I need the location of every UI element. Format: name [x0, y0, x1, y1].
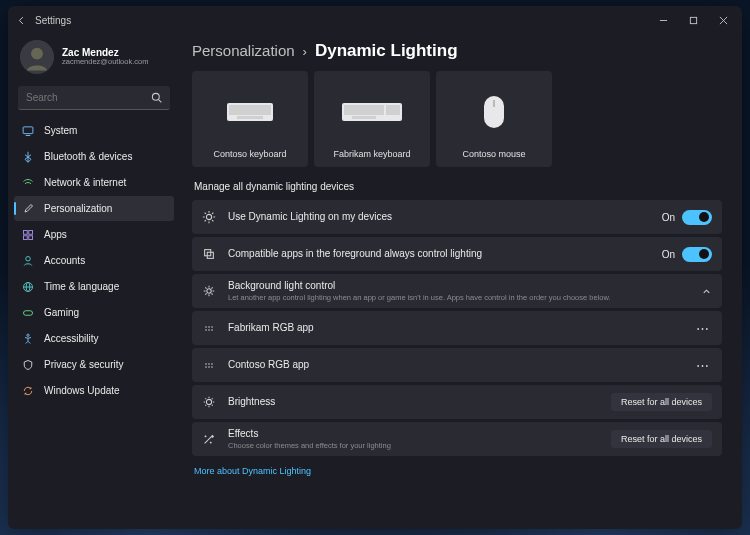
- page-title: Dynamic Lighting: [315, 41, 458, 61]
- device-cards: Contoso keyboard Fabrikam keyboard Conto…: [192, 71, 722, 167]
- sidebar-item-system[interactable]: System: [14, 118, 174, 143]
- brightness-icon: [202, 395, 216, 409]
- row-title: Compatible apps in the foreground always…: [228, 248, 662, 261]
- sidebar-item-label: System: [44, 125, 77, 136]
- sidebar-item-personalization[interactable]: Personalization: [14, 196, 174, 221]
- close-button[interactable]: [708, 8, 738, 32]
- keyboard-icon: [196, 79, 304, 145]
- search-box[interactable]: [18, 86, 170, 110]
- avatar: [20, 40, 54, 74]
- sidebar-item-label: Accessibility: [44, 333, 98, 344]
- sun-icon: [202, 210, 216, 224]
- accessibility-icon: [22, 333, 34, 345]
- paintbrush-icon: [22, 203, 34, 215]
- device-card-contoso-keyboard[interactable]: Contoso keyboard: [192, 71, 308, 167]
- layers-icon: [202, 247, 216, 261]
- back-icon[interactable]: [16, 15, 27, 26]
- svg-rect-26: [352, 116, 376, 119]
- monitor-icon: [22, 125, 34, 137]
- svg-line-7: [159, 100, 162, 103]
- row-compatible-apps[interactable]: Compatible apps in the foreground always…: [192, 237, 722, 271]
- sidebar-item-label: Accounts: [44, 255, 85, 266]
- sidebar-item-windows-update[interactable]: Windows Update: [14, 378, 174, 403]
- bluetooth-icon: [22, 151, 34, 163]
- wand-icon: [202, 432, 216, 446]
- breadcrumb-parent[interactable]: Personalization: [192, 42, 295, 59]
- svg-point-14: [26, 256, 31, 261]
- svg-rect-10: [24, 230, 28, 234]
- sidebar-item-network[interactable]: Network & internet: [14, 170, 174, 195]
- row-use-dynamic-lighting[interactable]: Use Dynamic Lighting on my devices On: [192, 200, 722, 234]
- device-label: Contoso keyboard: [213, 149, 286, 159]
- keyboard-icon: [318, 79, 426, 145]
- globe-icon: [22, 281, 34, 293]
- sidebar-item-bluetooth[interactable]: Bluetooth & devices: [14, 144, 174, 169]
- svg-rect-21: [229, 105, 271, 115]
- svg-rect-24: [344, 105, 384, 115]
- toggle-switch[interactable]: [682, 210, 712, 225]
- chevron-up-icon: [701, 286, 712, 297]
- row-app-contoso[interactable]: Contoso RGB app ⋯: [192, 348, 722, 382]
- wifi-icon: [22, 177, 34, 189]
- svg-rect-22: [237, 116, 263, 119]
- profile[interactable]: Zac Mendez zacmendez@outlook.com: [14, 38, 174, 82]
- svg-rect-1: [690, 17, 696, 23]
- mouse-icon: [440, 79, 548, 145]
- sidebar-item-label: Privacy & security: [44, 359, 123, 370]
- sidebar-item-label: Personalization: [44, 203, 112, 214]
- row-title: Background light control: [228, 280, 701, 293]
- apps-icon: [22, 229, 34, 241]
- svg-rect-25: [386, 105, 400, 115]
- learn-more-link[interactable]: More about Dynamic Lighting: [194, 466, 311, 476]
- sidebar-item-accessibility[interactable]: Accessibility: [14, 326, 174, 351]
- gear-icon: [202, 284, 216, 298]
- more-icon[interactable]: ⋯: [694, 358, 712, 373]
- update-icon: [22, 385, 34, 397]
- device-label: Contoso mouse: [462, 149, 525, 159]
- sidebar-item-privacy[interactable]: Privacy & security: [14, 352, 174, 377]
- row-app-fabrikam[interactable]: Fabrikam RGB app ⋯: [192, 311, 722, 345]
- sidebar-item-label: Bluetooth & devices: [44, 151, 132, 162]
- minimize-button[interactable]: [648, 8, 678, 32]
- toggle-state-label: On: [662, 249, 675, 260]
- svg-point-19: [27, 334, 29, 336]
- svg-rect-11: [29, 230, 33, 234]
- reset-button[interactable]: Reset for all devices: [611, 430, 712, 448]
- toggle-switch[interactable]: [682, 247, 712, 262]
- sidebar-item-label: Apps: [44, 229, 67, 240]
- section-header: Manage all dynamic lighting devices: [194, 181, 722, 192]
- row-title: Contoso RGB app: [228, 359, 694, 372]
- toggle-state-label: On: [662, 212, 675, 223]
- more-icon[interactable]: ⋯: [694, 321, 712, 336]
- row-brightness[interactable]: Brightness Reset for all devices: [192, 385, 722, 419]
- sidebar-item-gaming[interactable]: Gaming: [14, 300, 174, 325]
- reset-button[interactable]: Reset for all devices: [611, 393, 712, 411]
- device-label: Fabrikam keyboard: [333, 149, 410, 159]
- svg-point-32: [207, 289, 211, 293]
- row-title: Use Dynamic Lighting on my devices: [228, 211, 662, 224]
- sidebar-item-apps[interactable]: Apps: [14, 222, 174, 247]
- maximize-button[interactable]: [678, 8, 708, 32]
- sidebar-item-time-language[interactable]: Time & language: [14, 274, 174, 299]
- row-subtitle: Let another app control lighting when an…: [228, 293, 701, 302]
- svg-rect-8: [23, 126, 33, 133]
- main-content: Personalization › Dynamic Lighting Conto…: [180, 34, 742, 529]
- row-title: Effects: [228, 428, 611, 441]
- gamepad-icon: [22, 307, 34, 319]
- row-background-light-control[interactable]: Background light control Let another app…: [192, 274, 722, 308]
- drag-handle-icon[interactable]: [202, 358, 216, 372]
- shield-icon: [22, 359, 34, 371]
- sidebar-item-accounts[interactable]: Accounts: [14, 248, 174, 273]
- sidebar-item-label: Gaming: [44, 307, 79, 318]
- device-card-fabrikam-keyboard[interactable]: Fabrikam keyboard: [314, 71, 430, 167]
- drag-handle-icon[interactable]: [202, 321, 216, 335]
- sidebar: Zac Mendez zacmendez@outlook.com System …: [8, 34, 180, 529]
- search-input[interactable]: [26, 92, 151, 103]
- search-icon: [151, 92, 162, 103]
- titlebar: Settings: [8, 6, 742, 34]
- device-card-contoso-mouse[interactable]: Contoso mouse: [436, 71, 552, 167]
- settings-window: Settings Zac Mendez zacmendez@outlook.co…: [8, 6, 742, 529]
- sidebar-item-label: Network & internet: [44, 177, 126, 188]
- row-effects[interactable]: Effects Choose color themes and effects …: [192, 422, 722, 456]
- svg-point-5: [31, 48, 43, 60]
